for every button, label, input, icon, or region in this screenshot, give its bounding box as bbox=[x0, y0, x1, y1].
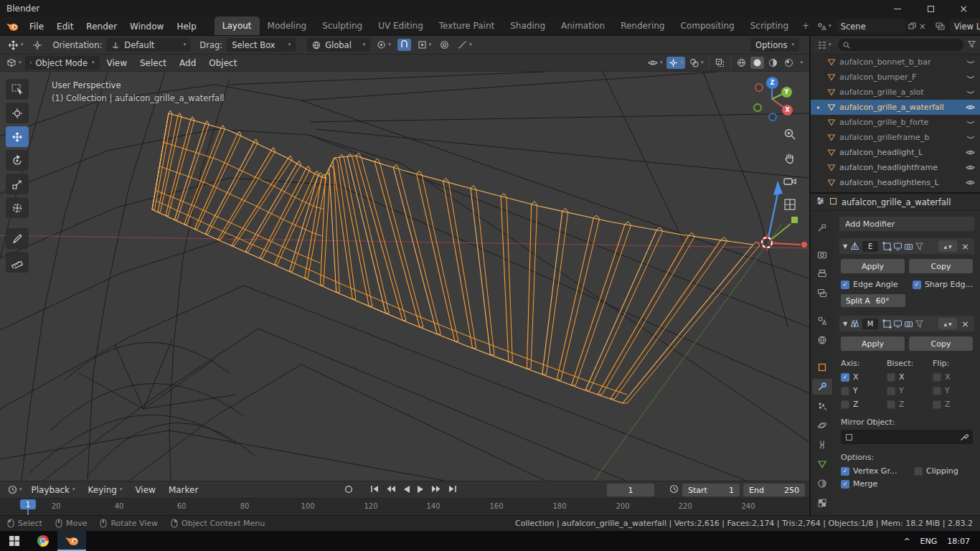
tab-modifiers[interactable] bbox=[812, 379, 832, 395]
cage-toggle-icon[interactable] bbox=[915, 319, 924, 329]
split-angle-slider[interactable]: Split A 60° bbox=[841, 294, 905, 307]
hide-in-viewport-icon[interactable] bbox=[966, 135, 975, 141]
panel-expand-icon[interactable]: ▼ bbox=[843, 243, 847, 250]
unlink-scene-button[interactable]: × bbox=[919, 22, 926, 32]
chrome-taskbar-button[interactable] bbox=[29, 531, 57, 551]
render-toggle-icon[interactable] bbox=[904, 242, 913, 251]
language-indicator[interactable]: ENG bbox=[920, 537, 938, 546]
menu-help[interactable]: Help bbox=[170, 17, 202, 35]
view-layer-field[interactable]: View Layer bbox=[950, 19, 980, 33]
outliner-search-input[interactable] bbox=[854, 40, 958, 50]
flip-z-checkbox[interactable] bbox=[933, 400, 941, 409]
tab-object-data[interactable] bbox=[812, 456, 832, 472]
sharp-edges-checkbox[interactable]: ✓ bbox=[913, 281, 921, 289]
workspace-tab-layout[interactable]: Layout bbox=[215, 17, 260, 35]
modifier-name-field[interactable]: M bbox=[862, 319, 878, 329]
bisect-y-checkbox[interactable] bbox=[887, 387, 895, 395]
modifier-name-field[interactable]: E bbox=[862, 241, 878, 252]
remove-modifier-button[interactable]: × bbox=[960, 241, 971, 252]
transform-tool[interactable] bbox=[6, 197, 29, 218]
modifier-edgesplit-header[interactable]: ▼ E ▲ ▼ × bbox=[839, 238, 974, 254]
axis-x-checkbox[interactable]: ✓ bbox=[841, 373, 849, 382]
filter-icon[interactable] bbox=[968, 40, 976, 50]
active-tool-button[interactable]: ▾ bbox=[6, 39, 26, 52]
apply-button[interactable]: Apply bbox=[841, 259, 905, 273]
timeline-ruler[interactable]: 20 40 60 80 100 120 140 160 180 200 220 … bbox=[0, 498, 809, 515]
options-dropdown[interactable]: Options ▾ bbox=[750, 38, 799, 52]
timeline-menu-marker[interactable]: Marker bbox=[163, 481, 204, 498]
gizmo-x-axis[interactable]: X bbox=[782, 105, 793, 116]
xray-toggle[interactable] bbox=[713, 57, 727, 69]
editor-type-button[interactable]: ▾ bbox=[4, 57, 24, 69]
close-button[interactable]: × bbox=[947, 0, 980, 17]
tab-scene[interactable] bbox=[812, 313, 832, 329]
gizmo-settings-icon[interactable] bbox=[30, 39, 44, 52]
timeline-menu-playback[interactable]: Playback ▾ bbox=[26, 481, 81, 498]
tab-output[interactable] bbox=[812, 266, 832, 282]
viewport-menu-object[interactable]: Object bbox=[203, 55, 242, 71]
merge-checkbox[interactable]: ✓ bbox=[841, 480, 849, 489]
bisect-z-checkbox[interactable] bbox=[887, 400, 895, 409]
panel-expand-icon[interactable]: ▼ bbox=[843, 321, 847, 327]
browse-scene-button[interactable]: ▾ bbox=[815, 21, 834, 32]
gizmo-neg-z-axis[interactable] bbox=[768, 113, 777, 121]
timeline-menu-view[interactable]: View bbox=[129, 481, 161, 498]
gizmos-dropdown[interactable]: ▾ bbox=[666, 57, 685, 69]
auto-keying-record-button[interactable] bbox=[344, 485, 353, 496]
cursor-tool[interactable] bbox=[6, 103, 29, 123]
tab-material[interactable] bbox=[812, 476, 832, 491]
cage-toggle-icon[interactable] bbox=[915, 242, 924, 251]
tab-world[interactable] bbox=[812, 332, 832, 348]
proportional-falloff-dropdown[interactable]: ▾ bbox=[456, 39, 474, 51]
hide-in-viewport-icon[interactable] bbox=[966, 75, 975, 80]
outliner-item-bumper[interactable]: aufalcon_bumper_F bbox=[811, 70, 980, 85]
outliner-item-grille-slot[interactable]: aufalcon_grille_a_slot bbox=[811, 85, 980, 100]
realtime-toggle-icon[interactable] bbox=[893, 319, 903, 329]
realtime-toggle-icon[interactable] bbox=[893, 242, 903, 251]
eye-icon[interactable] bbox=[966, 164, 975, 171]
playhead-frame-badge[interactable]: 1 bbox=[20, 499, 36, 509]
viewport-3d[interactable]: ▾ Object Mode ▾ View Select Add Object ▾ bbox=[0, 55, 809, 481]
edge-angle-checkbox[interactable]: ✓ bbox=[841, 281, 849, 289]
hide-in-viewport-icon[interactable] bbox=[966, 120, 975, 126]
outliner-item-headlight[interactable]: aufalcon_headlight_L bbox=[811, 145, 980, 160]
move-tool[interactable] bbox=[6, 126, 29, 147]
copy-button[interactable]: Copy bbox=[909, 336, 973, 351]
add-workspace-button[interactable]: + bbox=[796, 17, 815, 35]
jump-to-start-button[interactable] bbox=[370, 485, 380, 495]
menu-render[interactable]: Render bbox=[80, 17, 123, 35]
axis-y-checkbox[interactable] bbox=[841, 387, 849, 395]
edit-mode-toggle-icon[interactable] bbox=[882, 242, 892, 251]
snap-magnet-toggle[interactable] bbox=[397, 39, 411, 51]
bisect-x-checkbox[interactable] bbox=[887, 373, 895, 382]
mirror-object-field[interactable] bbox=[841, 430, 973, 444]
orientation-dropdown[interactable]: Default ▾ bbox=[106, 38, 191, 52]
previous-keyframe-button[interactable] bbox=[386, 485, 396, 495]
remove-modifier-button[interactable]: × bbox=[960, 319, 971, 329]
vertex-groups-checkbox[interactable]: ✓ bbox=[841, 467, 849, 476]
viewport-menu-view[interactable]: View bbox=[101, 55, 133, 71]
eye-icon[interactable] bbox=[966, 179, 975, 186]
modifier-mirror-header[interactable]: ▼ M ▲ ▼ × bbox=[839, 316, 974, 331]
outliner-editor-type-button[interactable]: ▾ bbox=[815, 39, 834, 51]
new-scene-button[interactable] bbox=[908, 22, 916, 30]
blender-taskbar-button[interactable] bbox=[57, 531, 86, 551]
mode-dropdown[interactable]: Object Mode ▾ bbox=[25, 56, 100, 70]
tab-tool[interactable] bbox=[812, 220, 832, 235]
shading-material-button[interactable] bbox=[766, 57, 780, 69]
pivot-point-dropdown[interactable]: ▾ bbox=[374, 39, 393, 51]
transform-orientation-dropdown[interactable]: Global ▾ bbox=[307, 38, 370, 52]
play-button[interactable] bbox=[417, 485, 425, 496]
workspace-tab-compositing[interactable]: Compositing bbox=[672, 17, 742, 35]
tab-render[interactable] bbox=[812, 247, 832, 263]
shading-wireframe-button[interactable] bbox=[735, 57, 748, 69]
workspace-tab-shading[interactable]: Shading bbox=[502, 17, 553, 35]
outliner-item-grilleframe[interactable]: aufalcon_grilleframe_b bbox=[811, 130, 980, 145]
gizmo-z-axis[interactable]: Z bbox=[766, 77, 778, 89]
current-frame-field[interactable]: 1 bbox=[607, 484, 654, 496]
eye-icon[interactable] bbox=[966, 149, 975, 156]
shading-dropdown[interactable]: ▾ bbox=[798, 59, 805, 67]
clipping-checkbox[interactable] bbox=[914, 467, 923, 476]
outliner-item-grille-forte[interactable]: aufalcon_grille_b_forte bbox=[811, 115, 980, 130]
eyedropper-icon[interactable] bbox=[960, 433, 969, 441]
